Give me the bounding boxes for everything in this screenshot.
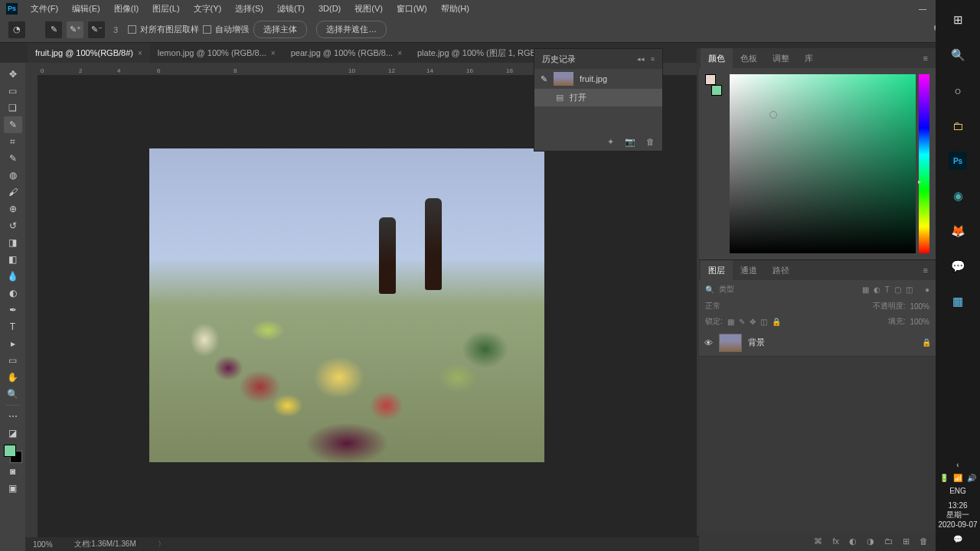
- tab-channels[interactable]: 通道: [733, 260, 765, 280]
- hue-slider[interactable]: [919, 74, 929, 253]
- wifi-icon[interactable]: 📶: [953, 474, 962, 482]
- foreground-color[interactable]: [4, 445, 16, 457]
- adjustment-icon[interactable]: ◑: [867, 536, 874, 546]
- filter-type-label[interactable]: 类型: [719, 284, 734, 295]
- color-field[interactable]: [730, 74, 916, 253]
- notification-icon[interactable]: 💬: [936, 535, 980, 543]
- close-icon[interactable]: ×: [271, 49, 276, 57]
- fill-value[interactable]: 100%: [910, 318, 929, 326]
- color-swatches[interactable]: [4, 445, 22, 463]
- visibility-icon[interactable]: 👁: [704, 338, 713, 347]
- link-icon[interactable]: ⌘: [814, 536, 822, 546]
- filter-adjust-icon[interactable]: ◐: [874, 285, 880, 294]
- filter-pixel-icon[interactable]: ▦: [862, 285, 869, 294]
- filter-smart-icon[interactable]: ◫: [906, 285, 913, 294]
- sub-selection-icon[interactable]: ✎⁻: [88, 21, 105, 38]
- close-icon[interactable]: ×: [138, 49, 142, 57]
- trash-icon[interactable]: 🗑: [646, 137, 655, 147]
- battery-icon[interactable]: 🔋: [939, 474, 949, 482]
- sample-all-checkbox[interactable]: [128, 25, 136, 34]
- path-select-tool[interactable]: ▸: [4, 335, 22, 352]
- shape-tool[interactable]: ▭: [4, 352, 22, 369]
- add-selection-icon[interactable]: ✎⁺: [67, 21, 83, 38]
- windows-icon[interactable]: ⊞: [949, 11, 967, 29]
- filter-shape-icon[interactable]: ▢: [894, 285, 901, 294]
- lock-icon[interactable]: 🔒: [922, 338, 931, 347]
- menu-file[interactable]: 文件(F): [24, 3, 65, 15]
- filter-toggle[interactable]: ●: [925, 285, 929, 294]
- steam-icon[interactable]: ◉: [949, 187, 967, 205]
- lock-pos-icon[interactable]: ✥: [750, 318, 756, 326]
- lock-all-icon[interactable]: 🔒: [772, 318, 781, 326]
- sound-icon[interactable]: 🔊: [967, 474, 976, 482]
- layer-name[interactable]: 背景: [748, 337, 765, 348]
- crop-tool[interactable]: ⌗: [4, 133, 22, 150]
- opacity-value[interactable]: 100%: [910, 302, 929, 311]
- lasso-tool[interactable]: ❑: [4, 99, 22, 116]
- pen-tool[interactable]: ✒: [4, 302, 22, 318]
- explorer-icon[interactable]: 🗀: [949, 116, 967, 135]
- tray-expand-icon[interactable]: ‹: [936, 461, 980, 469]
- ime-lang[interactable]: ENG: [936, 487, 980, 495]
- lock-trans-icon[interactable]: ▦: [727, 318, 734, 326]
- filter-type-icon[interactable]: T: [885, 285, 890, 294]
- menu-layer[interactable]: 图层(L): [145, 3, 186, 15]
- history-doc-row[interactable]: ✎ fruit.jpg: [534, 69, 662, 89]
- zoom-level[interactable]: 100%: [33, 540, 53, 549]
- move-tool[interactable]: ✥: [4, 66, 22, 83]
- tab-pear[interactable]: pear.jpg @ 100% (RGB/8...×: [283, 43, 410, 63]
- stamp-tool[interactable]: ⊕: [4, 201, 22, 217]
- camera-icon[interactable]: 📷: [625, 137, 635, 147]
- menu-edit[interactable]: 编辑(E): [65, 3, 107, 15]
- menu-type[interactable]: 文字(Y): [187, 3, 229, 15]
- menu-view[interactable]: 视图(V): [348, 3, 390, 15]
- folder-icon[interactable]: 🗀: [884, 536, 893, 546]
- blend-mode[interactable]: 正常: [705, 301, 720, 311]
- edit-toolbar[interactable]: ⋯: [4, 408, 22, 425]
- select-mask-button[interactable]: 选择并遮住…: [316, 21, 387, 38]
- bg-mini[interactable]: [711, 85, 722, 96]
- screenmode-icon[interactable]: ▣: [4, 480, 22, 497]
- mini-swatches[interactable]: [705, 74, 722, 96]
- layer-thumb[interactable]: [719, 334, 742, 352]
- wechat-icon[interactable]: 💬: [949, 257, 967, 276]
- tab-adjust[interactable]: 调整: [765, 48, 797, 68]
- tab-lib[interactable]: 库: [797, 48, 821, 68]
- eyedropper-tool[interactable]: ✎: [4, 150, 22, 167]
- minimize-button[interactable]: —: [911, 0, 934, 17]
- history-step-open[interactable]: ▤ 打开: [534, 89, 662, 106]
- tab-color[interactable]: 颜色: [701, 48, 733, 68]
- new-layer-icon[interactable]: ⊞: [903, 536, 910, 546]
- fg-mini[interactable]: [705, 74, 716, 85]
- menu-image[interactable]: 图像(I): [107, 3, 145, 15]
- dodge-tool[interactable]: ◐: [4, 285, 22, 302]
- tool-preset-icon[interactable]: ◔: [8, 21, 25, 38]
- status-arrow-icon[interactable]: 〉: [158, 539, 165, 549]
- tab-paths[interactable]: 路径: [765, 260, 797, 280]
- panel-menu-icon[interactable]: ≡: [917, 54, 934, 63]
- gradient-tool[interactable]: ◧: [4, 251, 22, 268]
- picker-cursor[interactable]: [769, 111, 777, 119]
- clock-time[interactable]: 13:26: [936, 501, 980, 510]
- blur-tool[interactable]: 💧: [4, 268, 22, 285]
- fx-icon[interactable]: fx: [832, 536, 839, 546]
- new-selection-icon[interactable]: ✎: [45, 21, 62, 38]
- panel-menu-icon[interactable]: ≡: [917, 266, 934, 275]
- default-colors-icon[interactable]: ◪: [4, 425, 22, 442]
- firefox-icon[interactable]: 🦊: [949, 222, 967, 240]
- quickmask-icon[interactable]: ◙: [4, 463, 22, 480]
- delete-icon[interactable]: 🗑: [920, 536, 928, 546]
- eraser-tool[interactable]: ◨: [4, 234, 22, 251]
- tab-fruit[interactable]: fruit.jpg @ 100%(RGB/8#)×: [28, 43, 150, 63]
- filter-icon[interactable]: 🔍: [705, 285, 714, 294]
- select-subject-button[interactable]: 选择主体: [253, 21, 307, 38]
- menu-filter[interactable]: 滤镜(T): [270, 3, 312, 15]
- brush-tool[interactable]: 🖌: [4, 184, 22, 201]
- tab-swatches[interactable]: 色板: [733, 48, 765, 68]
- text-tool[interactable]: T: [4, 318, 22, 335]
- photoshop-taskbar-icon[interactable]: Ps: [949, 152, 967, 170]
- mask-icon[interactable]: ◐: [849, 536, 857, 546]
- menu-help[interactable]: 帮助(H): [434, 3, 476, 15]
- new-snapshot-icon[interactable]: ✦: [607, 137, 614, 147]
- hand-tool[interactable]: ✋: [4, 369, 22, 386]
